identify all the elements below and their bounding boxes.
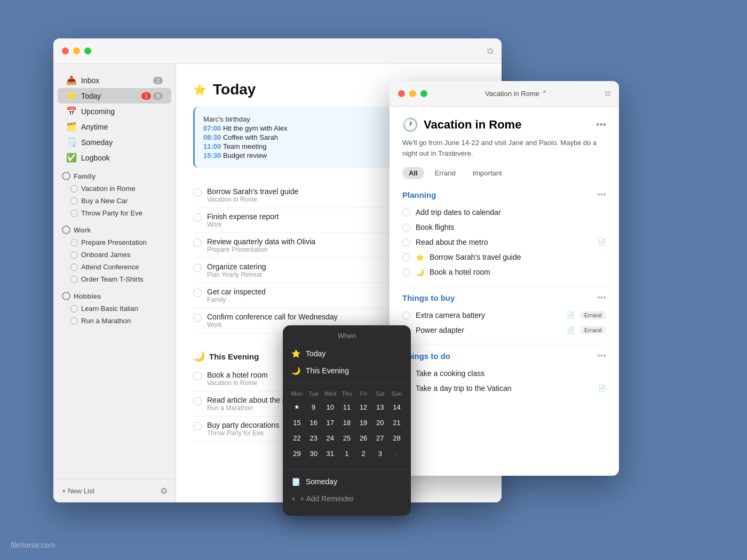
cal-cell[interactable]: 1 — [340, 446, 354, 460]
cal-cell[interactable]: 14 — [390, 400, 403, 414]
cal-cell[interactable]: 16 — [307, 415, 321, 429]
copy-icon[interactable]: ⧉ — [487, 46, 493, 56]
sidebar-item-anytime[interactable]: 🗂️ Anytime — [58, 119, 171, 134]
sidebar-item-logbook[interactable]: ✅ Logbook — [58, 150, 171, 165]
task-checkbox-5[interactable] — [193, 314, 202, 322]
evening-checkbox-0[interactable] — [193, 372, 202, 380]
evening-checkbox-1[interactable] — [193, 397, 202, 405]
tag-errand[interactable]: Errand — [428, 167, 462, 179]
rome-checkbox-3[interactable] — [402, 253, 410, 261]
cal-thu: Thu — [339, 390, 354, 397]
cal-cell[interactable]: 29 — [290, 446, 304, 460]
evening-checkbox-2[interactable] — [193, 422, 202, 430]
rome-buy-dots[interactable]: ••• — [597, 293, 606, 302]
cal-cell[interactable]: 26 — [356, 431, 370, 445]
rome-planning-dots[interactable]: ••• — [597, 190, 606, 199]
cal-cell[interactable]: 31 — [323, 446, 337, 460]
rome-buy-checkbox-0[interactable] — [402, 311, 410, 319]
minimize-button[interactable] — [73, 47, 80, 54]
rome-main-title: Vacation in Rome — [424, 118, 591, 132]
cal-cell[interactable]: 2 — [356, 446, 370, 460]
sidebar-inbox-label: Inbox — [81, 76, 149, 85]
evening-sub-0: Vacation in Rome — [207, 379, 268, 387]
cal-cell[interactable]: 9 — [307, 400, 321, 414]
cal-cell[interactable]: 27 — [373, 431, 387, 445]
tag-important[interactable]: Important — [466, 167, 508, 179]
rome-checkbox-4[interactable] — [402, 268, 410, 276]
cal-cell[interactable]: 24 — [323, 431, 337, 445]
cal-cell[interactable]: 15 — [290, 415, 304, 429]
when-today-label: Today — [306, 349, 325, 358]
cal-cell[interactable]: 12 — [356, 400, 370, 414]
cal-cell[interactable]: 3 — [373, 446, 387, 460]
when-moon-icon: 🌙 — [291, 366, 300, 375]
cal-cell[interactable]: 19 — [356, 415, 370, 429]
when-divider — [283, 382, 411, 383]
sidebar-item-attend-conference[interactable]: Attend Conference — [53, 261, 176, 273]
sidebar-item-onboard-james[interactable]: Onboard James — [53, 249, 176, 261]
cal-cell[interactable]: 17 — [323, 415, 337, 429]
cal-cell[interactable]: 10 — [323, 400, 337, 414]
task-checkbox-1[interactable] — [193, 213, 202, 222]
rome-task-star-icon: ⭐ — [416, 253, 424, 261]
cal-wed: Wed — [322, 390, 338, 397]
sidebar-item-someday[interactable]: 🗒️ Someday — [58, 134, 171, 150]
task-checkbox-2[interactable] — [193, 238, 202, 247]
tag-all[interactable]: All — [402, 167, 424, 179]
rome-more-dots[interactable]: ••• — [596, 119, 606, 131]
rome-do-dots[interactable]: ••• — [597, 351, 606, 361]
new-list-button[interactable]: + New List — [62, 487, 94, 495]
rome-close-button[interactable] — [398, 90, 405, 97]
sidebar-item-inbox[interactable]: 📥 Inbox 2 — [58, 73, 171, 88]
rome-checkbox-1[interactable] — [402, 223, 410, 231]
settings-icon[interactable]: ⚙ — [160, 486, 168, 496]
cal-cell[interactable]: 21 — [390, 415, 403, 429]
when-today-option[interactable]: ⭐ Today — [283, 345, 411, 362]
sidebar-item-upcoming[interactable]: 📅 Upcoming — [58, 103, 171, 119]
cal-cell[interactable]: 23 — [307, 431, 321, 445]
rome-tags: All Errand Important — [402, 167, 606, 179]
sidebar-item-party-eve[interactable]: Throw Party for Eve — [53, 207, 176, 219]
rome-planning-title[interactable]: Planning — [402, 190, 436, 199]
cal-cell[interactable]: 30 — [307, 446, 321, 460]
cal-cell[interactable]: 28 — [390, 431, 403, 445]
when-divider-2 — [283, 469, 411, 470]
evening-sub-2: Throw Party for Eve — [207, 429, 279, 437]
rome-task-name-1: Book flights — [416, 223, 606, 231]
task-checkbox-4[interactable] — [193, 289, 202, 297]
cal-cell[interactable]: 25 — [340, 431, 354, 445]
task-name-3: Organize catering — [207, 262, 266, 271]
rome-copy-icon[interactable]: ⧉ — [605, 89, 610, 98]
rome-minimize-button[interactable] — [409, 90, 416, 97]
today-gray-badge: 8 — [153, 92, 163, 100]
sidebar-item-vacation-rome[interactable]: Vacation in Rome — [53, 182, 176, 195]
rome-checkbox-2[interactable] — [402, 238, 410, 246]
rome-checkbox-0[interactable] — [402, 209, 410, 217]
cal-cell[interactable]: 13 — [373, 400, 387, 414]
when-this-evening-option[interactable]: 🌙 This Evening — [283, 362, 411, 379]
when-add-reminder[interactable]: + + Add Reminder — [291, 490, 402, 507]
sidebar-item-order-tshirts[interactable]: Order Team T-Shirts — [53, 273, 176, 285]
rome-task-name-3: Borrow Sarah's travel guide — [430, 253, 606, 261]
conference-icon — [70, 263, 78, 271]
rome-task-name-0: Add trip dates to calendar — [416, 208, 606, 217]
sidebar-item-buy-car[interactable]: Buy a New Car — [53, 195, 176, 207]
task-text-2: Review quarterly data with Olivia Prepar… — [207, 237, 315, 253]
cal-cell[interactable]: 18 — [340, 415, 354, 429]
cal-star[interactable]: ★ — [290, 400, 304, 414]
task-checkbox-0[interactable] — [193, 188, 202, 197]
sidebar-item-italian[interactable]: Learn Basic Italian — [53, 302, 176, 315]
cal-cell[interactable]: 22 — [290, 431, 304, 445]
cal-cell[interactable]: 20 — [373, 415, 387, 429]
maximize-button[interactable] — [84, 47, 91, 54]
when-someday-option[interactable]: 🗒️ Someday — [291, 473, 402, 490]
cal-next-month[interactable]: › — [390, 446, 403, 460]
rome-maximize-button[interactable] — [420, 90, 427, 97]
rome-things-buy-title[interactable]: Things to buy — [402, 293, 455, 302]
sidebar-item-today[interactable]: ⭐ Today 1 8 — [58, 88, 171, 103]
cal-cell[interactable]: 11 — [340, 400, 354, 414]
sidebar-item-prepare-presentation[interactable]: Prepare Presentation — [53, 236, 176, 249]
close-button[interactable] — [62, 47, 69, 54]
task-checkbox-3[interactable] — [193, 263, 202, 272]
sidebar-item-marathon[interactable]: Run a Marathon — [53, 315, 176, 327]
